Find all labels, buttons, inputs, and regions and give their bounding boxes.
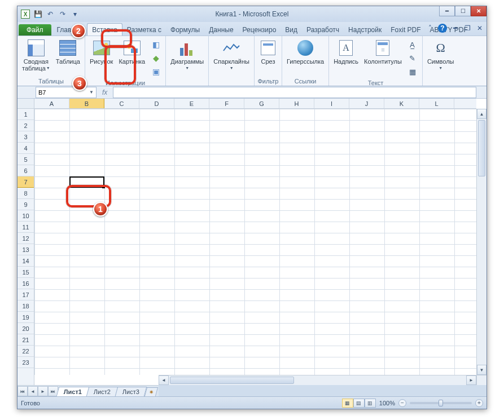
row-header[interactable]: 8: [17, 188, 34, 199]
zoom-level[interactable]: 100%: [379, 400, 395, 406]
qat-customize-icon[interactable]: ▾: [71, 10, 80, 19]
ribbon-minimize-icon[interactable]: ˄: [426, 24, 435, 33]
tab-review[interactable]: Рецензиро: [238, 24, 281, 36]
row-header[interactable]: 18: [17, 300, 34, 312]
tab-data[interactable]: Данные: [204, 24, 238, 36]
tab-insert[interactable]: Вставка: [87, 23, 122, 36]
save-icon[interactable]: 💾: [33, 10, 42, 19]
scroll-thumb[interactable]: [478, 120, 485, 176]
sheet-nav-prev[interactable]: ◄: [28, 386, 38, 396]
col-header[interactable]: C: [104, 99, 139, 108]
scroll-up-button[interactable]: ▲: [477, 109, 487, 119]
row-header[interactable]: 4: [17, 143, 34, 154]
header-footer-button[interactable]: Колонтитулы: [362, 37, 404, 65]
fx-icon[interactable]: fx: [102, 89, 107, 96]
undo-icon[interactable]: ↶: [46, 10, 55, 19]
redo-icon[interactable]: ↷: [58, 10, 67, 19]
row-header[interactable]: 19: [17, 312, 34, 323]
row-header[interactable]: 11: [17, 222, 34, 233]
charts-button[interactable]: Диаграммы ▼: [168, 37, 206, 72]
col-header[interactable]: L: [419, 99, 454, 108]
col-header[interactable]: E: [174, 99, 209, 108]
name-box[interactable]: B7 ▼: [36, 87, 97, 98]
object-button[interactable]: [406, 65, 419, 78]
row-header[interactable]: 10: [17, 210, 34, 222]
zoom-slider-knob[interactable]: [439, 400, 443, 406]
col-header[interactable]: H: [279, 99, 314, 108]
formula-input[interactable]: [113, 87, 476, 98]
horizontal-scrollbar[interactable]: ◄ ►: [159, 375, 476, 385]
zoom-slider[interactable]: [410, 402, 472, 404]
pivot-table-button[interactable]: Сводная таблица ▼: [20, 37, 52, 72]
row-header[interactable]: 9: [17, 199, 34, 210]
hyperlink-button[interactable]: Гиперссылка: [284, 37, 326, 65]
row-header[interactable]: 22: [17, 346, 34, 357]
row-header[interactable]: 21: [17, 334, 34, 346]
clipart-button[interactable]: Картинка: [116, 37, 147, 65]
row-header[interactable]: 23: [17, 357, 34, 368]
sheet-tab[interactable]: Лист1: [56, 387, 90, 396]
new-sheet-button[interactable]: ✷: [144, 387, 158, 396]
zoom-in-button[interactable]: +: [475, 399, 483, 407]
insert-picture-button[interactable]: Рисунок: [87, 37, 116, 65]
row-header[interactable]: 2: [17, 120, 34, 131]
sheet-tab[interactable]: Лист3: [115, 387, 147, 396]
sparklines-button[interactable]: Спарклайны ▼: [211, 37, 252, 72]
window-maximize-button[interactable]: ☐: [455, 6, 471, 16]
view-pagelayout-button[interactable]: ▤: [353, 399, 365, 408]
view-normal-button[interactable]: ▦: [342, 399, 353, 408]
row-header[interactable]: 5: [17, 154, 34, 165]
col-header[interactable]: K: [384, 99, 419, 108]
cells-area[interactable]: [34, 109, 476, 375]
shapes-button[interactable]: ◧: [150, 38, 162, 51]
row-header[interactable]: 20: [17, 323, 34, 334]
row-header[interactable]: 13: [17, 244, 34, 255]
window-minimize-button[interactable]: ━: [439, 6, 455, 16]
wordart-button[interactable]: [406, 38, 419, 51]
vertical-scrollbar[interactable]: ▲ ▼: [476, 109, 487, 375]
col-header[interactable]: B: [69, 99, 104, 108]
symbols-button[interactable]: Ω Символы ▼: [425, 37, 457, 72]
col-header[interactable]: D: [139, 99, 174, 108]
slicer-button[interactable]: Срез: [257, 37, 279, 65]
row-header[interactable]: 15: [17, 267, 34, 278]
screenshot-button[interactable]: [150, 65, 162, 78]
sheet-tab[interactable]: Лист2: [86, 387, 119, 396]
col-header[interactable]: J: [349, 99, 384, 108]
col-header[interactable]: A: [34, 99, 69, 108]
tab-pagelayout[interactable]: Разметка с: [122, 24, 166, 36]
tab-view[interactable]: Вид: [281, 24, 302, 36]
view-pagebreak-button[interactable]: ▥: [365, 399, 376, 408]
tab-addins[interactable]: Надстройк: [344, 24, 386, 36]
scroll-down-button[interactable]: ▼: [477, 365, 487, 375]
table-button[interactable]: Таблица: [54, 37, 82, 65]
col-header[interactable]: I: [314, 99, 349, 108]
sheet-nav-first[interactable]: ⏮: [17, 386, 28, 396]
tab-formulas[interactable]: Формулы: [166, 24, 204, 36]
row-header[interactable]: 12: [17, 233, 34, 244]
tab-developer[interactable]: Разработч: [302, 24, 344, 36]
active-cell[interactable]: [69, 176, 104, 188]
workbook-minimize-icon[interactable]: ━: [450, 24, 459, 33]
textbox-button[interactable]: A Надпись: [331, 37, 361, 65]
scroll-thumb[interactable]: [170, 377, 294, 384]
select-all-corner[interactable]: [17, 99, 34, 109]
workbook-close-icon[interactable]: ✕: [475, 24, 484, 33]
signature-line-button[interactable]: [406, 52, 419, 64]
row-header[interactable]: 1: [17, 109, 34, 120]
row-header[interactable]: 14: [17, 255, 34, 267]
row-header[interactable]: 3: [17, 131, 34, 143]
row-header[interactable]: 16: [17, 278, 34, 289]
zoom-out-button[interactable]: −: [398, 399, 406, 407]
workbook-restore-icon[interactable]: ❐: [463, 24, 472, 33]
row-header[interactable]: 17: [17, 289, 34, 300]
tab-foxit[interactable]: Foxit PDF: [386, 24, 425, 36]
tab-file[interactable]: Файл: [19, 24, 51, 36]
smartart-button[interactable]: [150, 52, 162, 64]
scroll-left-button[interactable]: ◄: [159, 375, 169, 385]
col-header[interactable]: F: [209, 99, 244, 108]
sheet-nav-next[interactable]: ►: [38, 386, 48, 396]
help-icon[interactable]: ?: [438, 24, 447, 33]
row-header[interactable]: 6: [17, 165, 34, 176]
col-header[interactable]: G: [244, 99, 279, 108]
